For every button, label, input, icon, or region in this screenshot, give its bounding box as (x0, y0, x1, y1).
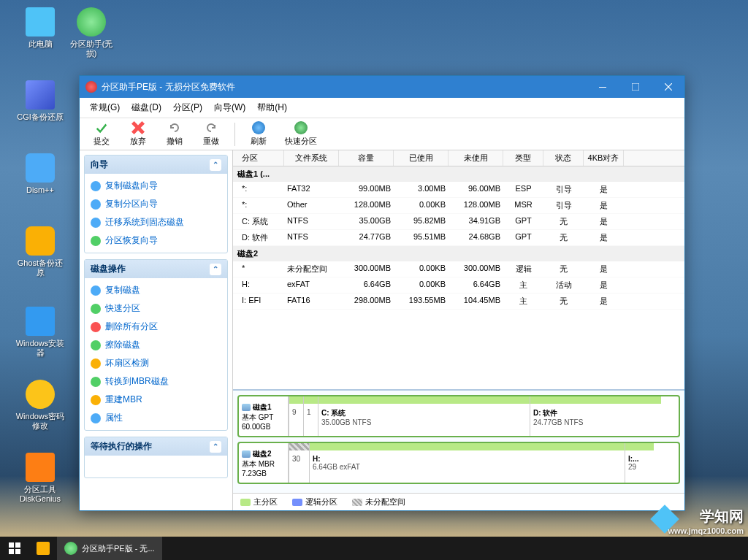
left-pane: 向导⌃ 复制磁盘向导 复制分区向导 迁移系统到固态磁盘 分区恢复向导 磁盘操作⌃… (80, 150, 233, 510)
panel-diskop-header[interactable]: 磁盘操作⌃ (85, 260, 227, 278)
col-status[interactable]: 状态 (543, 150, 584, 166)
partition-list: 磁盘1 (... *: FAT32 99.00MB 3.00MB 96.00MB… (233, 166, 684, 389)
svg-rect-2 (9, 542, 14, 548)
col-partition[interactable]: 分区 (233, 150, 284, 166)
right-pane: 分区 文件系统 容量 已使用 未使用 类型 状态 4KB对齐 磁盘1 (... … (233, 150, 684, 510)
panel-wizard-header[interactable]: 向导⌃ (85, 156, 227, 174)
wizard-copy-disk[interactable]: 复制磁盘向导 (85, 177, 227, 195)
desktop-icon-winpwd[interactable]: Windows密码修改 (15, 380, 66, 431)
menu-general[interactable]: 常规(G) (84, 99, 126, 117)
toolbar-quickpart[interactable]: 快速分区 (278, 120, 324, 149)
toolbar-discard[interactable]: 放弃 (121, 120, 156, 149)
desktop-icon-cgi[interactable]: CGI备份还原 (15, 80, 66, 122)
desktop-icon-computer[interactable]: 此电脑 (15, 7, 66, 49)
diskop-quick[interactable]: 快速分区 (85, 299, 227, 318)
col-fs[interactable]: 文件系统 (284, 150, 339, 166)
disk-map-area: 磁盘1 基本 GPT60.00GB 9 1 C: 系统 35.00GB NTFS… (233, 389, 684, 493)
disk-map-1[interactable]: 磁盘1 基本 GPT60.00GB 9 1 C: 系统 35.00GB NTFS… (237, 395, 680, 437)
partition-block[interactable]: H: 6.64GB exFAT (309, 443, 625, 483)
partition-row[interactable]: C: 系统 NTFS 35.00GB 95.82MB 34.91GB GPT 无… (233, 214, 684, 230)
toolbar-commit[interactable]: 提交 (84, 120, 119, 149)
toolbar-refresh[interactable]: 刷新 (241, 120, 276, 149)
partition-row[interactable]: H: exFAT 6.64GB 0.00KB 6.64GB 主 活动 是 (233, 277, 684, 294)
partition-row[interactable]: *: Other 128.00MB 0.00KB 128.00MB MSR 引导… (233, 198, 684, 214)
panel-pending-header[interactable]: 等待执行的操作⌃ (85, 437, 227, 456)
watermark: 学知网 www.jmqz1000.com (668, 507, 744, 535)
diskop-copy[interactable]: 复制磁盘 (85, 281, 227, 299)
panel-diskop: 磁盘操作⌃ 复制磁盘 快速分区 删除所有分区 擦除磁盘 坏扇区检测 转换到MBR… (84, 259, 228, 431)
partition-row[interactable]: * 未分配空间 300.00MB 0.00KB 300.00MB 逻辑 无 是 (233, 261, 684, 277)
menubar: 常规(G) 磁盘(D) 分区(P) 向导(W) 帮助(H) (80, 98, 684, 118)
disk-group-1[interactable]: 磁盘1 (... (233, 166, 684, 182)
col-align[interactable]: 4KB对齐 (584, 150, 624, 166)
legend: 主分区 逻辑分区 未分配空间 (233, 493, 684, 510)
partition-row[interactable]: I: EFI FAT16 298.00MB 193.55MB 104.45MB … (233, 294, 684, 310)
disk-icon (242, 450, 251, 458)
desktop-icon-diskgenius[interactable]: 分区工具DiskGenius (15, 453, 66, 504)
toolbar-redo[interactable]: 重做 (194, 120, 229, 149)
col-used[interactable]: 已使用 (394, 150, 449, 166)
toolbar-undo[interactable]: 撤销 (157, 120, 192, 149)
partition-block[interactable]: C: 系统 35.00GB NTFS (318, 396, 530, 436)
diskop-wipe[interactable]: 擦除磁盘 (85, 336, 227, 354)
svg-rect-1 (632, 83, 639, 91)
diskop-props[interactable]: 属性 (85, 409, 227, 427)
partition-block[interactable]: 1 (303, 396, 318, 436)
partition-block[interactable]: 30 (289, 443, 309, 483)
diskop-rebuildmbr[interactable]: 重建MBR (85, 391, 227, 409)
collapse-icon: ⌃ (210, 441, 221, 453)
start-button[interactable] (0, 537, 29, 560)
disk-info-1: 磁盘1 基本 GPT60.00GB (239, 396, 289, 436)
diskop-tombr[interactable]: 转换到MBR磁盘 (85, 372, 227, 391)
disk-icon (242, 404, 251, 411)
svg-rect-5 (15, 549, 20, 554)
desktop-icon-wininstall[interactable]: Windows安装器 (15, 307, 66, 358)
app-icon (85, 81, 97, 93)
taskbar-explorer[interactable] (29, 537, 57, 560)
taskbar-app[interactable]: 分区助手PE版 - 无... (57, 537, 162, 560)
menu-disk[interactable]: 磁盘(D) (126, 99, 167, 117)
wizard-copy-partition[interactable]: 复制分区向导 (85, 195, 227, 213)
disk-map-2[interactable]: 磁盘2 基本 MBR7.23GB 30 H: 6.64GB exFAT I:..… (237, 442, 680, 484)
partition-row[interactable]: D: 软件 NTFS 24.77GB 95.51MB 24.68GB GPT 无… (233, 230, 684, 246)
menu-partition[interactable]: 分区(P) (167, 99, 208, 117)
diskop-delall[interactable]: 删除所有分区 (85, 318, 227, 336)
diskop-badsector[interactable]: 坏扇区检测 (85, 354, 227, 372)
toolbar: 提交 放弃 撤销 重做 刷新 快速分区 (80, 118, 684, 150)
desktop-icon-dism[interactable]: Dism++ (15, 153, 66, 195)
menu-help[interactable]: 帮助(H) (251, 99, 293, 117)
col-unused[interactable]: 未使用 (449, 150, 503, 166)
wizard-migrate-ssd[interactable]: 迁移系统到固态磁盘 (85, 213, 227, 231)
partition-block[interactable]: 9 (289, 396, 303, 436)
col-capacity[interactable]: 容量 (339, 150, 394, 166)
collapse-icon: ⌃ (210, 264, 221, 275)
app-window: 分区助手PE版 - 无损分区免费软件 常规(G) 磁盘(D) 分区(P) 向导(… (79, 75, 685, 511)
svg-rect-3 (15, 542, 20, 548)
svg-rect-0 (599, 87, 606, 88)
panel-wizard: 向导⌃ 复制磁盘向导 复制分区向导 迁移系统到固态磁盘 分区恢复向导 (84, 155, 228, 253)
titlebar[interactable]: 分区助手PE版 - 无损分区免费软件 (80, 76, 684, 98)
partition-row[interactable]: *: FAT32 99.00MB 3.00MB 96.00MB ESP 引导 是 (233, 182, 684, 198)
disk-info-2: 磁盘2 基本 MBR7.23GB (239, 443, 289, 483)
menu-wizard[interactable]: 向导(W) (208, 99, 251, 117)
maximize-button[interactable] (619, 76, 652, 98)
col-type[interactable]: 类型 (503, 150, 543, 166)
list-header: 分区 文件系统 容量 已使用 未使用 类型 状态 4KB对齐 (233, 150, 684, 166)
panel-pending: 等待执行的操作⌃ (84, 437, 228, 478)
svg-rect-4 (9, 549, 14, 554)
disk-group-2[interactable]: 磁盘2 (233, 246, 684, 261)
desktop-icon-ghost[interactable]: Ghost备份还原 (15, 226, 66, 277)
partition-block[interactable]: I:... 29 (625, 443, 654, 483)
taskbar: 分区助手PE版 - 无... (0, 537, 748, 560)
desktop-icon-partition[interactable]: 分区助手(无损) (66, 7, 117, 58)
close-button[interactable] (652, 76, 684, 98)
partition-block[interactable]: D: 软件 24.77GB NTFS (530, 396, 661, 436)
wizard-recover[interactable]: 分区恢复向导 (85, 231, 227, 250)
minimize-button[interactable] (586, 76, 619, 98)
collapse-icon: ⌃ (210, 159, 221, 171)
window-title: 分区助手PE版 - 无损分区免费软件 (102, 81, 235, 93)
